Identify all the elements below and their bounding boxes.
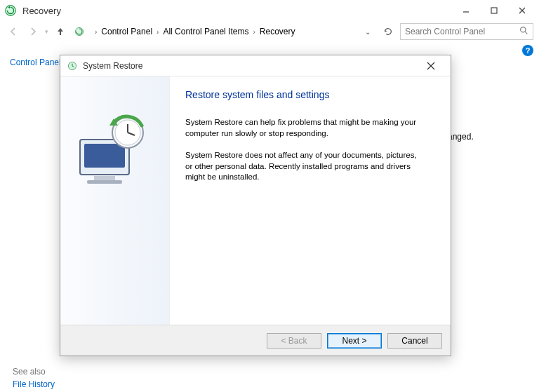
see-also-heading: See also xyxy=(13,367,46,377)
next-button[interactable]: Next > xyxy=(327,333,382,349)
nav-up-button[interactable] xyxy=(53,24,68,39)
breadcrumb[interactable]: › Control Panel › All Control Panel Item… xyxy=(91,23,376,40)
breadcrumb-item[interactable]: All Control Panel Items xyxy=(163,27,248,36)
breadcrumb-item[interactable]: Control Panel xyxy=(101,27,152,36)
help-button[interactable]: ? xyxy=(522,45,533,56)
nav-history-dropdown-icon[interactable]: ▾ xyxy=(45,28,48,35)
breadcrumb-item[interactable]: Recovery xyxy=(260,27,295,36)
breadcrumb-dropdown-icon[interactable]: ⌄ xyxy=(365,28,373,36)
window-title: Recovery xyxy=(22,6,61,16)
svg-rect-14 xyxy=(87,180,122,184)
chevron-right-icon: › xyxy=(95,28,97,36)
window-minimize-button[interactable] xyxy=(452,1,480,20)
dialog-paragraph: System Restore can help fix problems tha… xyxy=(185,117,424,139)
svg-rect-2 xyxy=(491,8,497,13)
dialog-heading: Restore system files and settings xyxy=(185,89,435,100)
svg-point-6 xyxy=(521,27,526,32)
search-input[interactable] xyxy=(400,23,533,40)
window-titlebar: Recovery xyxy=(0,0,539,21)
nav-forward-button[interactable] xyxy=(25,24,41,39)
chevron-right-icon: › xyxy=(157,28,159,36)
file-history-link[interactable]: File History xyxy=(13,379,55,389)
navigation-bar: ▾ › Control Panel › All Control Panel It… xyxy=(0,21,539,42)
search-icon xyxy=(519,26,528,37)
dialog-footer: < Back Next > Cancel xyxy=(60,325,451,356)
dialog-paragraph: System Restore does not affect any of yo… xyxy=(185,150,424,183)
window-maximize-button[interactable] xyxy=(480,1,508,20)
recovery-icon xyxy=(3,3,18,18)
svg-rect-12 xyxy=(84,144,125,168)
restore-illustration-icon xyxy=(73,111,157,191)
svg-rect-13 xyxy=(94,176,115,180)
system-restore-icon xyxy=(66,60,79,72)
dialog-title: System Restore xyxy=(83,61,142,71)
back-button: < Back xyxy=(267,333,321,349)
cancel-button[interactable]: Cancel xyxy=(387,333,442,349)
window-close-button[interactable] xyxy=(508,1,536,20)
dialog-sidebar xyxy=(60,76,170,325)
chevron-right-icon: › xyxy=(253,28,255,36)
svg-line-7 xyxy=(525,32,527,34)
dialog-titlebar: System Restore xyxy=(60,55,451,76)
system-restore-dialog: System Restore xyxy=(60,55,451,356)
refresh-button[interactable] xyxy=(380,24,396,39)
nav-back-button[interactable] xyxy=(6,24,21,39)
dialog-content: Restore system files and settings System… xyxy=(170,76,451,325)
search-field[interactable] xyxy=(405,27,519,36)
breadcrumb-icon xyxy=(72,25,86,39)
dialog-close-button[interactable] xyxy=(417,56,445,76)
